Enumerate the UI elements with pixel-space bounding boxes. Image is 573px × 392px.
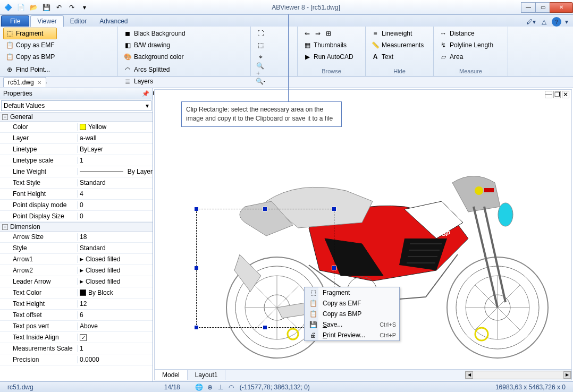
handle-nw[interactable] <box>194 207 199 211</box>
maximize-button[interactable]: ▭ <box>535 2 550 13</box>
status-globe-icon[interactable]: 🌐 <box>195 383 204 391</box>
property-value[interactable]: Standard <box>78 244 153 252</box>
property-value[interactable]: Standard <box>78 179 153 186</box>
property-row[interactable]: Point Display Size0 <box>0 211 153 222</box>
context-menu-item[interactable]: 💾Save...Ctrl+S <box>305 319 399 330</box>
property-value[interactable]: 18 <box>78 233 153 241</box>
measurements-button[interactable]: 📏Measurements <box>369 39 426 51</box>
text-toggle-button[interactable]: AText <box>369 51 426 63</box>
zoom-region-button[interactable]: ⌖ <box>254 51 267 63</box>
property-row[interactable]: Line WeightBy Layer <box>0 166 153 177</box>
area-button[interactable]: ▱Area <box>437 51 495 63</box>
canvas-minimize-icon[interactable]: — <box>545 91 552 98</box>
bw-drawing-button[interactable]: ◧B/W drawing <box>121 39 188 51</box>
pin-icon[interactable]: 📌 <box>142 90 149 97</box>
qat-dropdown-icon[interactable]: ▾ <box>79 2 90 13</box>
document-tab[interactable]: rc51.dwg ✕ <box>3 77 46 87</box>
qat-save-icon[interactable]: 💾 <box>40 2 52 13</box>
property-row[interactable]: Text offset6 <box>0 310 153 321</box>
zoom-fit-button[interactable]: ⛶ <box>254 28 267 39</box>
nav-back-button[interactable]: ⇐⇒⊞ <box>301 28 356 39</box>
property-row[interactable]: Arrow1▶Closed filled <box>0 254 153 265</box>
black-background-button[interactable]: ◼Black Background <box>121 28 188 39</box>
handle-sw[interactable] <box>194 325 199 330</box>
thumbnails-button[interactable]: ▦Thumbnails <box>301 39 356 51</box>
property-row[interactable]: Text StyleStandard <box>0 177 153 189</box>
property-value[interactable]: By Layer <box>78 168 153 175</box>
style-icon[interactable]: 🖊▾ <box>526 17 536 27</box>
property-value[interactable]: a-wall <box>78 134 153 142</box>
qat-undo-icon[interactable]: ↶ <box>53 2 65 13</box>
context-menu-item[interactable]: 📋Copy as BMP <box>305 309 399 319</box>
property-row[interactable]: Text ColorBy Block <box>0 287 153 299</box>
arcs-splitted-button[interactable]: ◠Arcs Splitted <box>121 64 188 75</box>
property-row[interactable]: Text Height12 <box>0 299 153 310</box>
handle-w[interactable] <box>194 266 199 270</box>
handle-ne[interactable] <box>332 207 336 211</box>
copy-bmp-button[interactable]: 📋Copy as BMP <box>3 51 57 63</box>
property-value[interactable]: 0.0000 <box>78 356 153 363</box>
status-perpendicular-icon[interactable]: ⊥ <box>216 383 225 391</box>
canvas-close-icon[interactable]: ✕ <box>562 91 569 98</box>
property-value[interactable]: 1 <box>78 345 153 352</box>
property-row[interactable]: LinetypeByLayer <box>0 144 153 155</box>
run-autocad-button[interactable]: ▶Run AutoCAD <box>301 51 356 63</box>
copy-emf-button[interactable]: 📋Copy as EMF <box>3 39 57 51</box>
property-row[interactable]: Point display mode0 <box>0 200 153 211</box>
property-value[interactable]: 4 <box>78 190 153 198</box>
status-crosshair-icon[interactable]: ⊕ <box>206 383 214 391</box>
property-value[interactable]: ▶Closed filled <box>78 267 153 274</box>
property-row[interactable]: Font Height4 <box>0 189 153 200</box>
handle-s[interactable] <box>263 325 267 330</box>
layout1-tab[interactable]: Layout1 <box>188 370 226 380</box>
context-menu-item[interactable]: 🖨Print Preview...Ctrl+P <box>305 330 399 340</box>
up-icon[interactable]: △ <box>539 17 549 27</box>
property-value[interactable]: 0 <box>78 201 153 209</box>
property-row[interactable]: Leader Arrow▶Closed filled <box>0 276 153 287</box>
horizontal-scrollbar[interactable]: ◀ ▶ <box>465 371 571 379</box>
property-value[interactable]: By Block <box>78 289 153 296</box>
minimize-button[interactable]: — <box>521 2 536 13</box>
dimension-section[interactable]: −Dimension <box>0 222 153 232</box>
qat-new-icon[interactable]: 📄 <box>15 2 27 13</box>
canvas-restore-icon[interactable]: ❐ <box>553 91 561 98</box>
qat-open-icon[interactable]: 📂 <box>28 2 39 13</box>
property-row[interactable]: ColorYellow <box>0 122 153 133</box>
property-value[interactable]: ByLayer <box>78 146 153 153</box>
zoom-out-button[interactable]: 🔍- <box>254 75 267 87</box>
find-point-button[interactable]: ⊕Find Point... <box>3 64 57 75</box>
property-value[interactable]: Above <box>78 322 153 330</box>
property-row[interactable]: Text pos vertAbove <box>0 321 153 332</box>
advanced-tab[interactable]: Advanced <box>93 16 134 27</box>
context-menu-item[interactable]: 📋Copy as EMF <box>305 298 399 309</box>
property-value[interactable]: 6 <box>78 311 153 319</box>
property-value[interactable]: ▶Closed filled <box>78 255 153 263</box>
viewer-tab[interactable]: Viewer <box>30 15 63 27</box>
layers-button[interactable]: ≣Layers <box>121 75 188 87</box>
file-tab[interactable]: File <box>1 15 29 27</box>
property-row[interactable]: Precision0.0000 <box>0 354 153 365</box>
qat-redo-icon[interactable]: ↷ <box>66 2 78 13</box>
zoom-in-button[interactable]: 🔍+ <box>254 64 267 75</box>
general-section[interactable]: −General <box>0 112 153 122</box>
editor-tab[interactable]: Editor <box>64 16 93 27</box>
context-menu-item[interactable]: ⬚Fragment <box>305 287 399 298</box>
help-dropdown-icon[interactable]: ▾ <box>564 17 569 27</box>
properties-selector[interactable]: Default Values ▾ <box>1 100 151 111</box>
status-arc-icon[interactable]: ◠ <box>227 383 235 391</box>
scroll-left-icon[interactable]: ◀ <box>466 371 473 379</box>
property-row[interactable]: Arrow2▶Closed filled <box>0 265 153 276</box>
property-row[interactable]: Arrow Size18 <box>0 232 153 243</box>
property-row[interactable]: Measurements Scale1 <box>0 343 153 354</box>
checkbox[interactable]: ✓ <box>80 334 87 341</box>
lineweight-button[interactable]: ≡Lineweight <box>369 28 426 39</box>
close-tab-icon[interactable]: ✕ <box>37 80 41 86</box>
property-row[interactable]: Layera-wall <box>0 133 153 144</box>
qat-app-icon[interactable]: 🔷 <box>2 2 14 13</box>
property-value[interactable]: 12 <box>78 300 153 308</box>
model-tab[interactable]: Model <box>155 370 188 380</box>
fragment-button[interactable]: ⬚Fragment <box>3 28 57 39</box>
close-button[interactable]: ✕ <box>550 2 573 13</box>
property-value[interactable]: 0 <box>78 212 153 220</box>
handle-n[interactable] <box>263 207 267 211</box>
